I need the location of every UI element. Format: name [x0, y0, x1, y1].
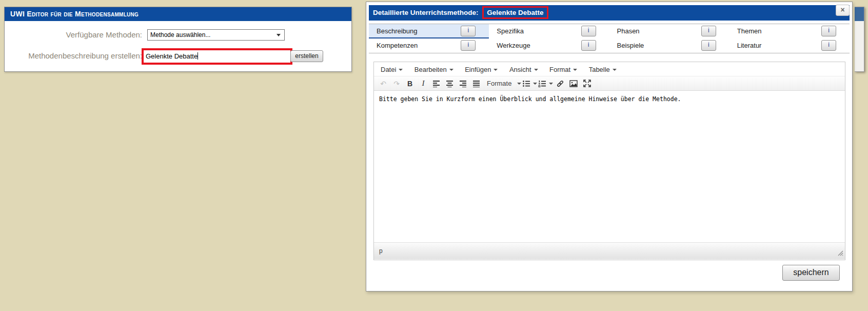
fullscreen-icon[interactable]: [581, 78, 593, 89]
dialog-title-prefix: Detaillierte Unterrichtsmethode:: [373, 9, 479, 16]
text-cursor: [198, 52, 198, 60]
menu-label: Bearbeiten: [415, 66, 447, 73]
dialog-title-method-name: Gelenkte Debatte: [482, 6, 548, 19]
create-button[interactable]: erstellen: [290, 50, 323, 62]
rich-text-editor: Datei Bearbeiten Einfügen Ansicht Format…: [373, 62, 845, 260]
chevron-down-icon: [517, 83, 521, 85]
chevron-down-icon: [534, 69, 538, 71]
info-button-beschreibung[interactable]: i: [461, 26, 476, 36]
tab-label: Kompetenzen: [377, 42, 418, 49]
align-right-icon[interactable]: [457, 78, 469, 89]
info-button-werkzeuge[interactable]: i: [581, 40, 596, 51]
close-button[interactable]: ×: [836, 5, 850, 16]
tab-kompetenzen[interactable]: Kompetenzen i: [369, 38, 489, 53]
chevron-down-icon: [573, 69, 577, 71]
tab-spezifika[interactable]: Spezifika i: [489, 24, 609, 38]
menu-label: Tabelle: [589, 66, 610, 73]
info-button-themen[interactable]: i: [821, 26, 836, 36]
menu-label: Datei: [381, 66, 396, 73]
info-button-spezifika[interactable]: i: [581, 26, 596, 36]
uwi-editor-panel-title: UWI Editor für die Methodensammlung: [5, 7, 351, 21]
underlying-panel-edge: [855, 7, 864, 72]
numbered-list-icon[interactable]: [538, 78, 553, 89]
method-name-input-value: Gelenkte Debatte: [146, 52, 198, 60]
italic-icon[interactable]: I: [417, 78, 429, 89]
available-methods-row: Verfügbare Methoden: Methode auswählen..…: [5, 29, 351, 42]
available-methods-label: Verfügbare Methoden:: [5, 30, 142, 39]
editor-toolbar: ↶ ↷ B I Formate: [374, 76, 845, 91]
method-select[interactable]: Methode auswählen...: [147, 29, 285, 41]
method-detail-dialog: Detaillierte Unterrichtsmethode: Gelenkt…: [366, 2, 853, 291]
formats-dropdown[interactable]: Formate: [484, 78, 521, 89]
tab-row-1: Beschreibung i Spezifika i Phasen i Them…: [369, 24, 850, 38]
align-center-icon[interactable]: [444, 78, 456, 89]
method-name-input[interactable]: Gelenkte Debatte: [142, 48, 292, 65]
menu-label: Einfügen: [465, 66, 491, 73]
tab-label: Spezifika: [497, 27, 524, 35]
tab-themen[interactable]: Themen i: [729, 24, 850, 38]
tab-label: Beschreibung: [377, 27, 418, 35]
tab-row-2: Kompetenzen i Werkzeuge i Beispiele i Li…: [369, 38, 850, 53]
tab-literatur[interactable]: Literatur i: [729, 38, 850, 53]
info-button-beispiele[interactable]: i: [701, 40, 716, 51]
create-description-label: Methodenbeschreibung erstellen:: [5, 51, 142, 60]
menu-ansicht[interactable]: Ansicht: [505, 63, 543, 76]
tab-label: Literatur: [737, 42, 762, 49]
tab-beispiele[interactable]: Beispiele i: [609, 38, 729, 53]
undo-icon[interactable]: ↶: [377, 78, 389, 89]
close-icon: ×: [840, 6, 844, 14]
uwi-editor-panel: UWI Editor für die Methodensammlung Verf…: [4, 7, 352, 72]
chevron-down-icon: [549, 83, 553, 85]
method-select-value: Methode auswählen...: [150, 31, 210, 38]
tab-label: Werkzeuge: [497, 42, 530, 49]
underlying-panel-edge-header: [855, 7, 864, 21]
menu-format[interactable]: Format: [545, 63, 582, 76]
bold-icon[interactable]: B: [404, 78, 416, 89]
info-button-phasen[interactable]: i: [701, 26, 716, 36]
formats-label: Formate: [484, 80, 515, 87]
tab-phasen[interactable]: Phasen i: [609, 24, 729, 38]
editor-menubar: Datei Bearbeiten Einfügen Ansicht Format…: [374, 62, 845, 76]
info-button-kompetenzen[interactable]: i: [461, 40, 476, 51]
editor-content[interactable]: Bitte geben Sie in Kurzform einen Überbl…: [374, 91, 845, 242]
chevron-down-icon: [449, 69, 453, 71]
tab-werkzeuge[interactable]: Werkzeuge i: [489, 38, 609, 53]
save-button[interactable]: speichern: [782, 265, 840, 281]
tab-label: Phasen: [617, 27, 640, 35]
chevron-down-icon: [494, 69, 498, 71]
menu-bearbeiten[interactable]: Bearbeiten: [410, 63, 458, 76]
bullet-list-icon[interactable]: [522, 78, 537, 89]
chevron-down-icon: [277, 34, 281, 36]
menu-label: Format: [549, 66, 570, 73]
dialog-title-bar: Detaillierte Unterrichtsmethode: Gelenkt…: [369, 5, 850, 21]
link-icon[interactable]: [554, 78, 566, 89]
menu-tabelle[interactable]: Tabelle: [584, 63, 621, 76]
tab-beschreibung[interactable]: Beschreibung i: [369, 24, 489, 38]
chevron-down-icon: [613, 69, 617, 71]
element-path: p: [379, 247, 383, 255]
chevron-down-icon: [399, 69, 403, 71]
tab-label: Themen: [737, 27, 762, 35]
resize-grip-icon[interactable]: [838, 250, 843, 258]
create-description-row: Methodenbeschreibung erstellen: Gelenkte…: [5, 50, 351, 63]
menu-datei[interactable]: Datei: [376, 63, 407, 76]
editor-placeholder-text: Bitte geben Sie in Kurzform einen Überbl…: [379, 95, 681, 103]
align-left-icon[interactable]: [430, 78, 443, 89]
redo-icon[interactable]: ↷: [390, 78, 403, 89]
info-button-literatur[interactable]: i: [821, 40, 836, 51]
chevron-down-icon: [533, 83, 537, 85]
menu-einfuegen[interactable]: Einfügen: [460, 63, 502, 76]
tab-label: Beispiele: [617, 42, 644, 49]
editor-statusbar: p: [374, 242, 845, 259]
align-justify-icon[interactable]: [470, 78, 483, 89]
image-icon[interactable]: [567, 78, 580, 89]
menu-label: Ansicht: [509, 66, 531, 73]
tab-grid: Beschreibung i Spezifika i Phasen i Them…: [369, 24, 850, 53]
